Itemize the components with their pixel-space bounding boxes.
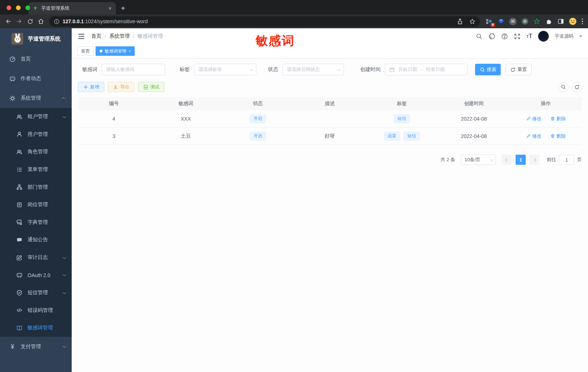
reset-button[interactable]: 重置 <box>505 64 532 75</box>
prev-page-button[interactable] <box>502 155 512 165</box>
sidebar-item-notice[interactable]: 通知公告 <box>0 231 72 249</box>
chevron-down-icon <box>63 344 66 348</box>
pencil-icon <box>526 116 531 121</box>
home-button[interactable] <box>35 16 46 27</box>
table-toolbar: 新增 导出 测试 <box>78 82 582 92</box>
tag-home[interactable]: 首页 <box>77 46 94 56</box>
bookmark-star-icon[interactable] <box>469 18 475 25</box>
browser-menu-icon[interactable] <box>582 18 583 25</box>
extension-gem-icon[interactable] <box>497 17 505 25</box>
page-header: 首页 / 系统管理 / 敏感词管理 <box>72 28 588 44</box>
goto-page-input[interactable]: 1 <box>559 155 574 165</box>
users-icon <box>16 114 22 120</box>
tag-select[interactable]: 请选择标签 <box>194 64 256 75</box>
user-name[interactable]: 芋道源码 <box>555 33 574 39</box>
search-icon[interactable] <box>476 33 483 40</box>
profile-avatar-smiley[interactable] <box>569 17 577 25</box>
github-icon[interactable] <box>488 33 495 40</box>
share-icon[interactable] <box>457 18 463 25</box>
sidebar-item-role[interactable]: 角色管理 <box>0 143 72 161</box>
user-menu-caret-icon[interactable] <box>579 35 582 37</box>
extension-dot-icon[interactable] <box>521 17 529 25</box>
chevron-down-icon <box>63 273 66 276</box>
breadcrumb-home[interactable]: 首页 <box>91 33 101 39</box>
users-icon <box>16 149 22 155</box>
side-panel-icon[interactable] <box>557 17 565 25</box>
site-info-icon[interactable] <box>54 19 59 24</box>
app-logo[interactable]: 芋道管理系统 <box>0 28 72 49</box>
download-icon <box>113 84 118 90</box>
sidebar-item-tenant[interactable]: 租户管理 <box>0 108 72 126</box>
tab-close-icon[interactable]: × <box>109 5 112 11</box>
chevron-up-icon <box>62 97 65 100</box>
export-button[interactable]: 导出 <box>108 82 134 92</box>
browser-tab[interactable]: 芋道管理系统 × <box>28 2 116 14</box>
current-page-button[interactable]: 1 <box>516 155 526 165</box>
url-text: 127.0.0.1:1024/system/sensitive-word <box>63 18 148 24</box>
sidebar-item-menu[interactable]: 菜单管理 <box>0 161 72 179</box>
zoom-window-button[interactable] <box>25 5 30 10</box>
dashboard-icon <box>9 56 16 62</box>
sidebar-item-dict[interactable]: 字典管理 <box>0 214 72 231</box>
sidebar-item-home[interactable]: 首页 <box>0 49 72 69</box>
extension-badge: 9 <box>491 23 495 27</box>
tag-close-icon[interactable]: × <box>129 49 131 53</box>
date-end-placeholder: 结束日期 <box>426 66 445 73</box>
sidebar-item-label: 租户管理 <box>28 113 48 120</box>
gear-icon <box>9 95 16 101</box>
delete-link[interactable]: 删除 <box>550 133 566 139</box>
address-bar[interactable]: 127.0.0.1:1024/system/sensitive-word <box>49 16 480 27</box>
sidebar-item-audit-log[interactable]: 审计日志 <box>0 249 72 267</box>
help-icon[interactable] <box>501 33 508 40</box>
sidebar-item-errcode[interactable]: 错误码管理 <box>0 302 72 319</box>
search-icon <box>480 67 485 72</box>
sidebar-item-payment[interactable]: 支付管理 <box>0 337 72 356</box>
tag-sensitive-word[interactable]: 敏感词管理 × <box>96 46 135 56</box>
collapse-sidebar-icon[interactable] <box>77 33 85 40</box>
sidebar-item-user[interactable]: 用户管理 <box>0 126 72 143</box>
back-button[interactable] <box>3 16 14 27</box>
fullscreen-icon[interactable] <box>514 33 521 40</box>
sidebar-item-sensitive-word[interactable]: 敏感词管理 <box>0 319 72 337</box>
show-search-toggle-button[interactable] <box>558 82 568 92</box>
keyword-input[interactable]: 请输入敏感词 <box>102 64 165 75</box>
add-button[interactable]: 新增 <box>78 82 104 92</box>
sidebar-item-label: 短信管理 <box>28 289 48 296</box>
edit-link[interactable]: 修改 <box>526 133 542 139</box>
breadcrumb-current: 敏感词管理 <box>138 33 163 39</box>
extension-star-icon[interactable] <box>533 17 541 25</box>
delete-link[interactable]: 删除 <box>550 116 566 122</box>
date-label: 创建时间 <box>360 66 381 73</box>
page-size-select[interactable]: 10条/页 <box>461 155 496 165</box>
search-button[interactable]: 搜索 <box>475 64 501 75</box>
new-tab-button[interactable]: + <box>121 5 125 12</box>
edit-link[interactable]: 修改 <box>526 116 542 122</box>
status-select[interactable]: 请选择启用状态 <box>282 64 344 75</box>
reload-button[interactable] <box>25 16 35 27</box>
sidebar-item-label: 错误码管理 <box>28 307 53 314</box>
sidebar-item-author-news[interactable]: 作者动态 <box>0 69 72 88</box>
test-button[interactable]: 测试 <box>138 82 164 92</box>
column-header: 标签 <box>366 97 438 110</box>
forward-button[interactable] <box>14 16 25 27</box>
extension-grid-icon[interactable]: 9 <box>485 17 493 25</box>
sensitive-word-table: 编号 敏感词 状态 描述 标签 创建时间 操作 4 XXX 开启 短信 <box>78 97 582 145</box>
breadcrumb-system[interactable]: 系统管理 <box>109 33 130 39</box>
yen-icon <box>9 343 16 350</box>
extensions-puzzle-icon[interactable] <box>545 17 553 25</box>
sidebar-item-dept[interactable]: 部门管理 <box>0 178 72 196</box>
refresh-icon <box>510 67 516 72</box>
extension-command-icon[interactable]: ⌘ <box>509 17 517 25</box>
minimize-window-button[interactable] <box>16 5 21 10</box>
date-range-input[interactable]: 开始日期 - 结束日期 <box>385 64 467 75</box>
sidebar-item-sms[interactable]: 短信管理 <box>0 284 72 302</box>
app-title: 芋道管理系统 <box>28 35 60 42</box>
sidebar-item-post[interactable]: 岗位管理 <box>0 196 72 214</box>
close-window-button[interactable] <box>7 5 11 10</box>
refresh-table-button[interactable] <box>572 82 582 92</box>
next-page-button[interactable] <box>529 155 539 165</box>
user-avatar[interactable] <box>538 31 549 42</box>
font-size-icon[interactable]: TT <box>526 33 532 39</box>
sidebar-item-system[interactable]: 系统管理 <box>0 88 72 108</box>
sidebar-item-oauth[interactable]: OAuth 2.0 <box>0 266 72 284</box>
